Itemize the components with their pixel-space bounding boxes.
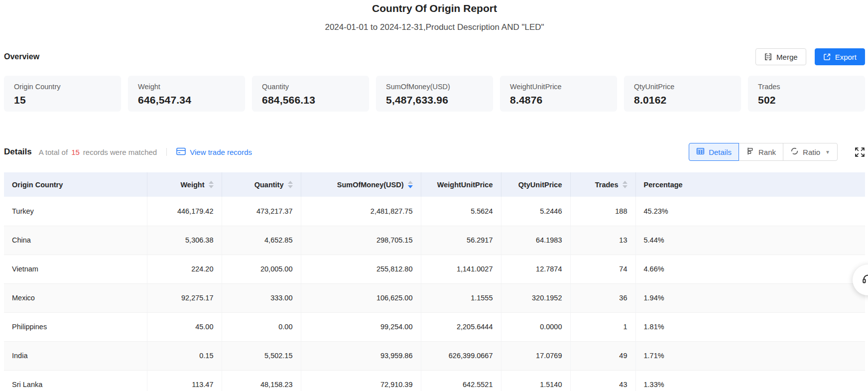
headset-icon bbox=[862, 272, 868, 287]
overview-cards: Origin Country 15 Weight 646,547.34 Quan… bbox=[4, 76, 865, 112]
merge-button-label: Merge bbox=[776, 53, 798, 61]
col-header-weight-unit-price: WeightUnitPrice bbox=[421, 172, 501, 197]
cell-trades: 13 bbox=[570, 226, 635, 255]
table-row-sri-lanka: Sri Lanka 113.47 48,158.23 72,910.39 642… bbox=[4, 370, 865, 391]
merge-button[interactable]: Merge bbox=[755, 48, 806, 65]
cell-weight: 446,179.42 bbox=[147, 197, 222, 226]
stat-card-origin-country: Origin Country 15 bbox=[4, 76, 121, 112]
col-header-quantity[interactable]: Quantity bbox=[222, 172, 301, 197]
table-header: Origin Country Weight Quantity bbox=[4, 172, 865, 197]
tab-ratio[interactable]: Ratio ▼ bbox=[783, 143, 838, 161]
stat-card-trades: Trades 502 bbox=[748, 76, 865, 112]
overview-section-title: Overview bbox=[4, 52, 39, 61]
col-header-sum-of-money[interactable]: SumOfMoney(USD) bbox=[301, 172, 421, 197]
sort-icon[interactable] bbox=[209, 181, 214, 188]
table-row-mexico: Mexico 92,275.17 333.00 106,625.00 1.155… bbox=[4, 283, 865, 312]
sort-icon[interactable] bbox=[622, 181, 627, 188]
table-body: Turkey 446,179.42 473,217.37 2,481,827.7… bbox=[4, 197, 865, 391]
cell-trades: 43 bbox=[570, 370, 635, 391]
cell-quantity: 5,502.15 bbox=[222, 341, 301, 370]
sort-icon[interactable] bbox=[288, 181, 293, 188]
cell-weight-unit-price: 642.5521 bbox=[421, 370, 501, 391]
cell-trades: 74 bbox=[570, 255, 635, 283]
cell-qty-unit-price: 5.2446 bbox=[501, 197, 570, 226]
table-grid-icon bbox=[696, 147, 705, 157]
fullscreen-expand-icon[interactable] bbox=[855, 147, 865, 157]
cell-percentage: 1.94% bbox=[635, 283, 865, 312]
col-label: Quantity bbox=[254, 181, 284, 189]
cell-quantity: 48,158.23 bbox=[222, 370, 301, 391]
tab-rank[interactable]: Rank bbox=[739, 143, 783, 161]
sort-icon-active-desc[interactable] bbox=[408, 181, 413, 188]
view-mode-switcher: Details Rank Ratio bbox=[689, 143, 838, 161]
cell-trades: 1 bbox=[570, 312, 635, 341]
col-label: SumOfMoney(USD) bbox=[337, 181, 404, 189]
ratio-circle-icon bbox=[790, 147, 799, 157]
cell-quantity: 4,652.85 bbox=[222, 226, 301, 255]
col-label: QtyUnitPrice bbox=[518, 181, 562, 189]
col-label: WeightUnitPrice bbox=[437, 181, 493, 189]
cell-weight-unit-price: 626,399.0667 bbox=[421, 341, 501, 370]
cell-weight-unit-price: 56.2917 bbox=[421, 226, 501, 255]
view-trade-records-link[interactable]: View trade records bbox=[176, 147, 252, 157]
stat-label: WeightUnitPrice bbox=[510, 82, 607, 91]
cell-weight-unit-price: 1,141.0027 bbox=[421, 255, 501, 283]
stat-value: 684,566.13 bbox=[262, 94, 359, 106]
tab-ratio-label: Ratio bbox=[803, 148, 820, 156]
cell-sum-of-money: 298,705.15 bbox=[301, 226, 421, 255]
col-header-weight[interactable]: Weight bbox=[147, 172, 222, 197]
cell-trades: 188 bbox=[570, 197, 635, 226]
overview-bar: Overview Merge Export bbox=[4, 48, 865, 65]
cell-qty-unit-price: 12.7874 bbox=[501, 255, 570, 283]
cell-trades: 36 bbox=[570, 283, 635, 312]
table-row-china: China 5,306.38 4,652.85 298,705.15 56.29… bbox=[4, 226, 865, 255]
export-arrow-icon bbox=[823, 53, 831, 61]
stat-card-weight-unit-price: WeightUnitPrice 8.4876 bbox=[500, 76, 617, 112]
export-button[interactable]: Export bbox=[815, 48, 865, 65]
cell-qty-unit-price: 64.1983 bbox=[501, 226, 570, 255]
cell-weight: 0.15 bbox=[147, 341, 222, 370]
cell-sum-of-money: 72,910.39 bbox=[301, 370, 421, 391]
cell-weight: 92,275.17 bbox=[147, 283, 222, 312]
match-prefix: A total of bbox=[39, 148, 68, 156]
export-button-label: Export bbox=[835, 53, 857, 61]
trade-records-icon bbox=[176, 147, 186, 157]
country-of-origin-report-page: Country Of Origin Report 2024-01-01 to 2… bbox=[0, 0, 868, 391]
cell-weight: 45.00 bbox=[147, 312, 222, 341]
col-label: Percentage bbox=[644, 181, 683, 189]
cell-weight: 113.47 bbox=[147, 370, 222, 391]
view-trade-records-label: View trade records bbox=[190, 148, 252, 156]
cell-quantity: 20,005.00 bbox=[222, 255, 301, 283]
stat-label: Trades bbox=[758, 82, 855, 91]
cell-percentage: 1.71% bbox=[635, 341, 865, 370]
cell-sum-of-money: 99,254.00 bbox=[301, 312, 421, 341]
details-bar: Details A total of 15 records were match… bbox=[4, 143, 865, 161]
stat-card-weight: Weight 646,547.34 bbox=[128, 76, 245, 112]
stat-label: Quantity bbox=[262, 82, 359, 91]
col-header-trades[interactable]: Trades bbox=[570, 172, 635, 197]
cell-percentage: 1.33% bbox=[635, 370, 865, 391]
cell-sum-of-money: 106,625.00 bbox=[301, 283, 421, 312]
cell-qty-unit-price: 1.5140 bbox=[501, 370, 570, 391]
cell-percentage: 45.23% bbox=[635, 197, 865, 226]
cell-qty-unit-price: 320.1952 bbox=[501, 283, 570, 312]
details-section-title: Details bbox=[4, 147, 32, 157]
table-row-vietnam: Vietnam 224.20 20,005.00 255,812.80 1,14… bbox=[4, 255, 865, 283]
cell-sum-of-money: 93,959.86 bbox=[301, 341, 421, 370]
table-row-philippines: Philippines 45.00 0.00 99,254.00 2,205.6… bbox=[4, 312, 865, 341]
cell-country: Turkey bbox=[4, 197, 147, 226]
vertical-divider bbox=[166, 148, 167, 156]
tab-details[interactable]: Details bbox=[689, 143, 739, 161]
col-label: Trades bbox=[595, 181, 619, 189]
page-subtitle: 2024-01-01 to 2024-12-31,Product Descrip… bbox=[4, 22, 865, 33]
match-count: 15 bbox=[71, 148, 80, 156]
stat-label: QtyUnitPrice bbox=[634, 82, 731, 91]
cell-country: India bbox=[4, 341, 147, 370]
col-label: Weight bbox=[180, 181, 204, 189]
col-header-origin-country: Origin Country bbox=[4, 172, 147, 197]
cell-country: Vietnam bbox=[4, 255, 147, 283]
table-row-turkey: Turkey 446,179.42 473,217.37 2,481,827.7… bbox=[4, 197, 865, 226]
cell-country: Mexico bbox=[4, 283, 147, 312]
stat-card-sum-of-money: SumOfMoney(USD) 5,487,633.96 bbox=[376, 76, 493, 112]
match-suffix: records were matched bbox=[83, 148, 157, 156]
